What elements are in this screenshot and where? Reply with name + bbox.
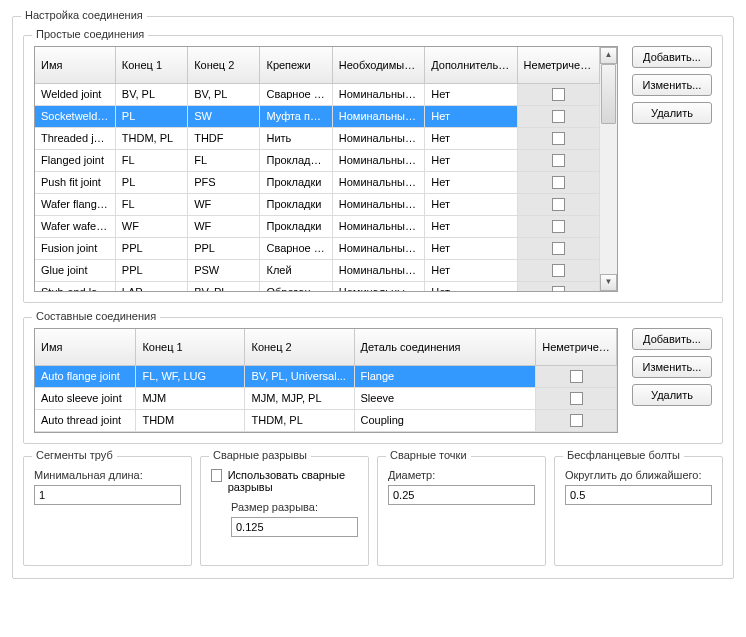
nonmetric-cell <box>536 365 617 387</box>
compound-delete-button[interactable]: Удалить <box>632 384 712 406</box>
nonmetric-checkbox[interactable] <box>552 176 565 189</box>
nonmetric-checkbox[interactable] <box>552 132 565 145</box>
gapsize-field[interactable] <box>231 517 358 537</box>
table-cell: THDM, PL <box>245 409 354 431</box>
compound-title: Составные соединения <box>32 310 160 322</box>
nonmetric-checkbox[interactable] <box>552 220 565 233</box>
table-cell: THDM <box>136 409 245 431</box>
table-cell: Прокладки <box>260 193 332 215</box>
column-header[interactable]: Конец 2 <box>245 329 354 365</box>
table-cell: FL <box>188 149 260 171</box>
table-cell: Welded joint <box>35 83 115 105</box>
table-cell: PPL <box>115 259 187 281</box>
column-header[interactable]: Неметрическое соединение <box>517 47 599 83</box>
scroll-thumb[interactable] <box>601 64 616 124</box>
table-cell: PFS <box>188 171 260 193</box>
table-cell: Муфта при... <box>260 105 332 127</box>
column-header[interactable]: Крепежи <box>260 47 332 83</box>
scroll-down-icon[interactable]: ▼ <box>600 274 617 291</box>
table-cell: MJM <box>136 387 245 409</box>
table-cell: Нет <box>425 259 517 281</box>
nonmetric-cell <box>536 409 617 431</box>
nonmetric-checkbox[interactable] <box>552 88 565 101</box>
table-row[interactable]: Threaded jointTHDM, PLTHDFНитьНоминальны… <box>35 127 600 149</box>
column-header[interactable]: Конец 2 <box>188 47 260 83</box>
scrollbar[interactable]: ▲ ▼ <box>600 47 617 291</box>
round-field[interactable] <box>565 485 712 505</box>
table-cell: Прокладки <box>260 215 332 237</box>
table-row[interactable]: Socketwelded...PLSWМуфта при...Номинальн… <box>35 105 600 127</box>
table-row[interactable]: Auto thread jointTHDMTHDM, PLCoupling <box>35 409 617 431</box>
table-row[interactable]: Wafer wafer j...WFWFПрокладкиНоминальный… <box>35 215 600 237</box>
table-row[interactable]: Auto sleeve jointMJMMJM, MJP, PLSleeve <box>35 387 617 409</box>
nonmetric-cell <box>517 149 599 171</box>
table-row[interactable]: Push fit jointPLPFSПрокладкиНоминальный … <box>35 171 600 193</box>
nonmetric-checkbox[interactable] <box>570 414 583 427</box>
round-label: Округлить до ближайшего: <box>565 469 712 481</box>
nonmetric-checkbox[interactable] <box>552 242 565 255</box>
column-header[interactable]: Дополнительные соответствия <box>425 47 517 83</box>
table-row[interactable]: Wafer flanged...FLWFПрокладкиНоминальный… <box>35 193 600 215</box>
table-row[interactable]: Glue jointPPLPSWКлейНоминальный д...Нет <box>35 259 600 281</box>
nonmetric-checkbox[interactable] <box>552 154 565 167</box>
table-cell: Auto flange joint <box>35 365 136 387</box>
diameter-field[interactable] <box>388 485 535 505</box>
main-title: Настройка соединения <box>21 9 147 21</box>
table-cell: Wafer wafer j... <box>35 215 115 237</box>
table-row[interactable]: Fusion jointPPLPPLСварное с...Номинальны… <box>35 237 600 259</box>
table-cell: FL <box>115 193 187 215</box>
simple-add-button[interactable]: Добавить... <box>632 46 712 68</box>
compound-edit-button[interactable]: Изменить... <box>632 356 712 378</box>
table-cell: Push fit joint <box>35 171 115 193</box>
simple-edit-button[interactable]: Изменить... <box>632 74 712 96</box>
compound-table[interactable]: ИмяКонец 1Конец 2Деталь соединенияНеметр… <box>34 328 618 433</box>
use-weldgaps-checkbox[interactable] <box>211 469 222 482</box>
nonmetric-checkbox[interactable] <box>552 198 565 211</box>
table-cell: BV, PL <box>188 83 260 105</box>
column-header[interactable]: Конец 1 <box>115 47 187 83</box>
table-row[interactable]: Auto flange jointFL, WF, LUGBV, PL, Univ… <box>35 365 617 387</box>
column-header[interactable]: Имя <box>35 47 115 83</box>
table-cell: Номинальный д... <box>332 171 424 193</box>
table-cell: LAP <box>115 281 187 291</box>
table-cell: FL <box>115 149 187 171</box>
nonmetric-cell <box>517 215 599 237</box>
table-cell: Wafer flanged... <box>35 193 115 215</box>
minlen-field[interactable] <box>34 485 181 505</box>
column-header[interactable]: Конец 1 <box>136 329 245 365</box>
table-cell: Auto sleeve joint <box>35 387 136 409</box>
table-cell: Нет <box>425 83 517 105</box>
table-cell: THDM, PL <box>115 127 187 149</box>
table-row[interactable]: Welded jointBV, PLBV, PLСварное с...Номи… <box>35 83 600 105</box>
column-header[interactable]: Имя <box>35 329 136 365</box>
nonmetric-checkbox[interactable] <box>552 264 565 277</box>
table-cell: WF <box>188 215 260 237</box>
table-cell: PL <box>115 105 187 127</box>
table-cell: Номинальный д... <box>332 193 424 215</box>
table-cell: Сварное с... <box>260 237 332 259</box>
scroll-up-icon[interactable]: ▲ <box>600 47 617 64</box>
nonmetric-checkbox[interactable] <box>552 110 565 123</box>
table-cell: Нет <box>425 237 517 259</box>
column-header[interactable]: Неметрическое соединение <box>536 329 617 365</box>
weldgaps-title: Сварные разрывы <box>209 449 311 461</box>
table-cell: Нет <box>425 105 517 127</box>
nonmetric-checkbox[interactable] <box>570 370 583 383</box>
table-cell: Сварное с... <box>260 83 332 105</box>
table-cell: Threaded joint <box>35 127 115 149</box>
simple-delete-button[interactable]: Удалить <box>632 102 712 124</box>
nonmetric-cell <box>517 281 599 291</box>
weldpoints-title: Сварные точки <box>386 449 471 461</box>
table-cell: BV, PL <box>188 281 260 291</box>
column-header[interactable]: Необходимые соответствия <box>332 47 424 83</box>
nonmetric-checkbox[interactable] <box>570 392 583 405</box>
table-cell: Glue joint <box>35 259 115 281</box>
table-row[interactable]: Stub-end lapp...LAPBV, PLОбрезанн...Номи… <box>35 281 600 291</box>
table-row[interactable]: Flanged jointFLFLПрокладки...Номинальный… <box>35 149 600 171</box>
nonmetric-checkbox[interactable] <box>552 286 565 291</box>
column-header[interactable]: Деталь соединения <box>354 329 536 365</box>
nonmetric-cell <box>517 237 599 259</box>
simple-table[interactable]: ИмяКонец 1Конец 2КрепежиНеобходимые соот… <box>34 46 618 292</box>
minlen-label: Минимальная длина: <box>34 469 181 481</box>
compound-add-button[interactable]: Добавить... <box>632 328 712 350</box>
